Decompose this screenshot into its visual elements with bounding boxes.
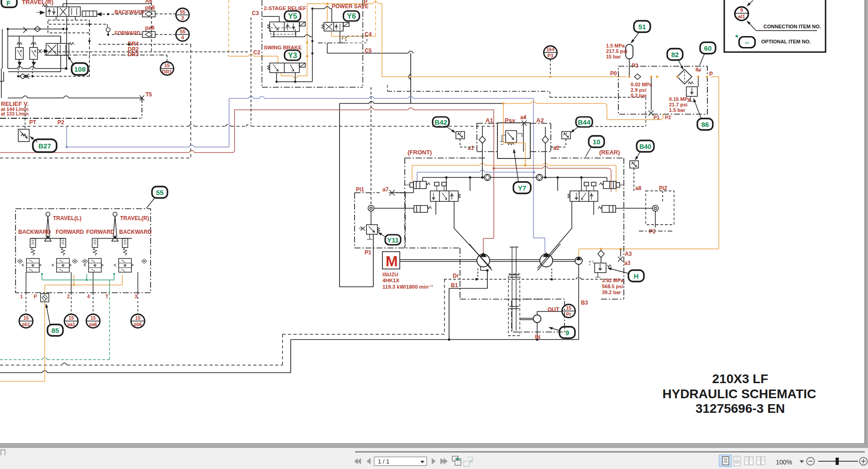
svg-text:FORWARD: FORWARD (115, 30, 141, 36)
svg-text:a7: a7 (382, 186, 389, 193)
svg-text:H: H (634, 272, 639, 280)
svg-text:4: 4 (181, 35, 184, 40)
svg-text:3: 3 (135, 294, 137, 299)
svg-text:85: 85 (52, 327, 59, 334)
svg-text:P2: P2 (58, 119, 64, 126)
svg-text:4HK1X: 4HK1X (382, 278, 399, 283)
svg-text:Pr: Pr (566, 311, 571, 317)
svg-text:0.02 MPa: 0.02 MPa (631, 82, 653, 87)
svg-text:P: P (34, 294, 37, 299)
svg-text:DR1: DR1 (162, 69, 172, 74)
svg-text:2-STAGE RELIEF: 2-STAGE RELIEF (264, 5, 306, 11)
svg-text:108: 108 (74, 65, 85, 73)
svg-text:8μ: 8μ (695, 67, 701, 72)
svg-text:(FRONT): (FRONT) (408, 149, 432, 156)
svg-text:4: 4 (87, 294, 90, 299)
svg-text:P3: P3 (548, 53, 554, 58)
svg-text:ISUZU: ISUZU (382, 272, 398, 277)
svg-text:al1: al1 (738, 14, 745, 19)
svg-text:a4: a4 (520, 114, 527, 121)
svg-text:(REAR): (REAR) (599, 149, 620, 156)
svg-text:T: T (105, 294, 109, 299)
svg-text:31275696-3 EN: 31275696-3 EN (695, 401, 785, 416)
svg-text:2.9 psi: 2.9 psi (631, 87, 646, 93)
svg-text:BACKWARD: BACKWARD (115, 9, 144, 15)
svg-text:P0: P0 (610, 70, 617, 77)
svg-text:B44: B44 (578, 118, 591, 126)
svg-text:15: 15 (90, 315, 96, 321)
svg-text:TRAVEL(R): TRAVEL(R) (22, 0, 53, 5)
svg-text:TRAVEL(L): TRAVEL(L) (53, 215, 81, 221)
svg-text:15: 15 (68, 315, 74, 321)
svg-text:2: 2 (67, 294, 70, 299)
svg-text:82: 82 (671, 51, 679, 58)
svg-text:15 bar: 15 bar (606, 54, 621, 59)
svg-text:568.5 psi: 568.5 psi (602, 284, 623, 289)
svg-text:pa6: pa6 (89, 322, 97, 327)
svg-text:IN: IN (535, 334, 540, 340)
svg-text:C3: C3 (252, 10, 259, 16)
svg-text:POWER SAVE: POWER SAVE (332, 3, 368, 10)
svg-text:C2: C2 (253, 49, 261, 56)
svg-text:T5: T5 (146, 91, 152, 98)
svg-text:1.5 bar: 1.5 bar (669, 107, 685, 113)
svg-text:1.5 MPa: 1.5 MPa (606, 43, 625, 48)
svg-text:119.3 kW/1800 min⁻¹: 119.3 kW/1800 min⁻¹ (382, 284, 433, 290)
svg-text:3: 3 (181, 15, 184, 21)
svg-text:a8: a8 (635, 185, 642, 191)
svg-text:*: * (735, 33, 738, 42)
svg-text:Y5: Y5 (288, 12, 297, 20)
svg-text:Y3: Y3 (288, 52, 297, 59)
svg-text:DR3: DR3 (128, 51, 139, 58)
svg-text:P2: P2 (665, 115, 671, 120)
svg-text:M: M (386, 253, 398, 269)
svg-text:P1: P1 (365, 249, 371, 256)
svg-text:a2: a2 (553, 145, 559, 151)
svg-text:217.5 psi: 217.5 psi (606, 48, 627, 54)
svg-text:B27: B27 (38, 142, 51, 150)
svg-text:Y11: Y11 (387, 236, 399, 244)
svg-text:A3: A3 (625, 251, 632, 257)
svg-text:51: 51 (638, 23, 646, 31)
svg-text:at 133 L/min: at 133 L/min (1, 111, 29, 116)
svg-text:pa6: pa6 (145, 25, 155, 31)
svg-text:0.15 MPa: 0.15 MPa (669, 96, 691, 102)
svg-text:Pi2: Pi2 (659, 185, 667, 191)
svg-text:F: F (6, 0, 10, 7)
svg-text:15: 15 (164, 63, 170, 68)
svg-text:pb6: pb6 (134, 322, 142, 327)
svg-text:OPTIONAL ITEM NO.: OPTIONAL ITEM NO. (761, 39, 811, 44)
svg-text:P3: P3 (632, 63, 638, 69)
svg-text:FORWARD: FORWARD (56, 229, 84, 235)
svg-text:B40: B40 (639, 143, 651, 150)
svg-text:BACKWARD: BACKWARD (119, 229, 152, 235)
svg-text:OUT: OUT (548, 306, 559, 313)
svg-text:55: 55 (180, 9, 185, 15)
svg-text:TRAVEL(R): TRAVEL(R) (120, 215, 149, 221)
svg-text:Pi1: Pi1 (356, 186, 364, 193)
svg-text:PT: PT (29, 119, 37, 126)
svg-text:9: 9 (565, 329, 569, 337)
svg-text:P: P (709, 71, 713, 77)
svg-text:39.2 bar: 39.2 bar (602, 290, 621, 295)
svg-text:Y7: Y7 (518, 184, 526, 192)
svg-text:1: 1 (20, 294, 23, 299)
svg-text:Dr: Dr (453, 273, 459, 279)
svg-text:10: 10 (593, 138, 601, 146)
svg-text:a3: a3 (624, 260, 631, 266)
svg-text:15: 15 (566, 305, 571, 311)
svg-text:60: 60 (704, 44, 712, 52)
svg-text:15: 15 (23, 315, 29, 321)
svg-text:9: 9 (740, 7, 743, 13)
svg-text:0.2 bar: 0.2 bar (631, 93, 647, 98)
svg-text:A2: A2 (536, 117, 544, 124)
svg-text:P2: P2 (649, 228, 656, 235)
svg-text:86: 86 (701, 121, 709, 128)
svg-text:Psv: Psv (505, 117, 516, 124)
svg-text:21.7 psi: 21.7 psi (669, 102, 687, 107)
svg-text:C4: C4 (365, 31, 372, 37)
svg-text:Y6: Y6 (347, 12, 356, 20)
svg-text:55: 55 (180, 29, 185, 34)
svg-text:CONNECTION ITEM NO.: CONNECTION ITEM NO. (763, 24, 821, 29)
svg-text:210X3 LF: 210X3 LF (712, 372, 769, 386)
